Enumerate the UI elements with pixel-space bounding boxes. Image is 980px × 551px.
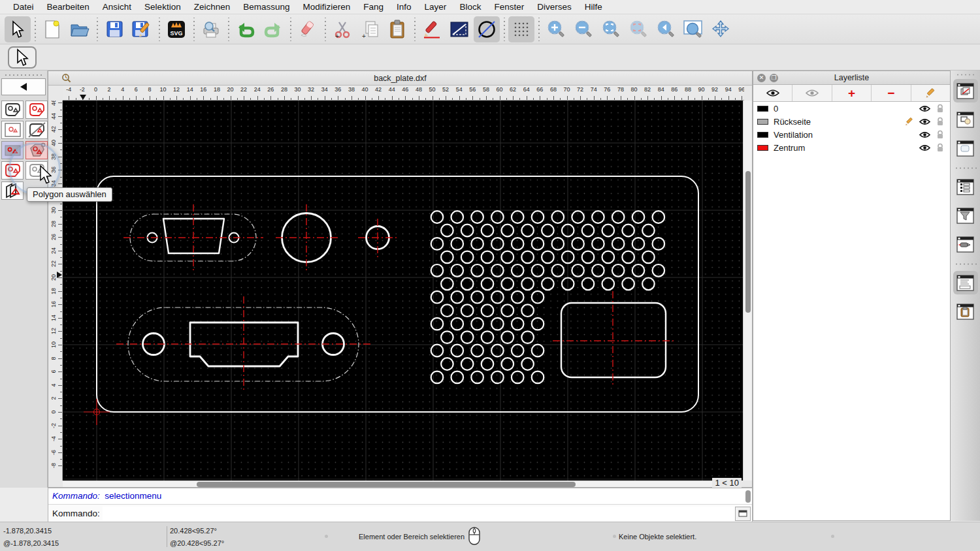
menu-fang[interactable]: Fang bbox=[357, 2, 390, 12]
open-document-button[interactable] bbox=[67, 16, 93, 42]
dock-filter-button[interactable] bbox=[953, 204, 978, 227]
command-input[interactable] bbox=[103, 507, 735, 520]
vent-hole bbox=[451, 371, 464, 384]
menu-bearbeiten[interactable]: Bearbeiten bbox=[41, 2, 96, 12]
back-button[interactable] bbox=[1, 78, 46, 95]
horizontal-scrollbar[interactable] bbox=[63, 480, 726, 487]
vent-hole bbox=[512, 345, 524, 357]
zoom-window-button[interactable] bbox=[680, 16, 706, 42]
dock-propertylist-button[interactable] bbox=[953, 175, 978, 198]
layer-lock-icon[interactable] bbox=[934, 143, 946, 152]
delete-entities-button[interactable] bbox=[295, 16, 321, 42]
menu-selektion[interactable]: Selektion bbox=[138, 2, 188, 12]
paste-button[interactable] bbox=[384, 16, 410, 42]
menu-layer[interactable]: Layer bbox=[418, 2, 453, 12]
zoom-out-button[interactable] bbox=[570, 16, 596, 42]
menu-modifizieren[interactable]: Modifizieren bbox=[297, 2, 357, 12]
save-document-button[interactable] bbox=[101, 16, 127, 42]
document-titlebar[interactable]: back_plate.dxf bbox=[48, 71, 752, 86]
layer-row[interactable]: Ventilation bbox=[753, 128, 950, 141]
select-window-button[interactable] bbox=[1, 121, 24, 139]
command-detach-button[interactable] bbox=[735, 507, 751, 521]
select-intersected-button[interactable] bbox=[1, 161, 24, 180]
zoom-factor-indicator: 1 < 10 bbox=[712, 478, 742, 488]
add-layer-button[interactable]: + bbox=[832, 85, 872, 101]
zoom-pan-button[interactable] bbox=[708, 16, 734, 42]
menu-zeichnen[interactable]: Zeichnen bbox=[188, 2, 237, 12]
layer-row[interactable]: Rückseite bbox=[753, 115, 950, 128]
vent-hole bbox=[653, 264, 665, 277]
deselect-entity-button[interactable] bbox=[25, 101, 48, 119]
drawing-canvas[interactable] bbox=[63, 101, 744, 480]
copy-button[interactable]: + bbox=[357, 16, 383, 42]
new-document-button[interactable] bbox=[39, 16, 65, 42]
dock-drag-handle[interactable] bbox=[956, 73, 975, 76]
menu-block[interactable]: Block bbox=[453, 2, 487, 12]
menu-hilfe[interactable]: Hilfe bbox=[578, 2, 609, 12]
layer-lock-icon[interactable] bbox=[934, 104, 946, 113]
hide-all-layers-button[interactable] bbox=[792, 85, 832, 101]
select-entity-button[interactable] bbox=[1, 101, 24, 119]
active-pointer-tool-button[interactable] bbox=[8, 46, 37, 69]
palette-drag-handle[interactable] bbox=[4, 73, 43, 77]
menu-fenster[interactable]: Fenster bbox=[487, 2, 531, 12]
layer-color-swatch bbox=[757, 119, 768, 125]
save-as-button[interactable] bbox=[129, 16, 155, 42]
select-layer-button[interactable] bbox=[1, 181, 24, 200]
vent-hole bbox=[602, 251, 615, 264]
undo-button[interactable] bbox=[233, 16, 259, 42]
zoom-previous-button[interactable] bbox=[653, 16, 679, 42]
layer-lock-icon[interactable] bbox=[934, 130, 946, 139]
layer-visibility-eye-icon[interactable] bbox=[919, 131, 930, 138]
redo-button[interactable] bbox=[260, 16, 286, 42]
menu-info[interactable]: Info bbox=[390, 2, 418, 12]
menu-datei[interactable]: Datei bbox=[7, 2, 41, 12]
menu-diverses[interactable]: Diverses bbox=[531, 2, 578, 12]
dock-layerlist-button[interactable] bbox=[953, 79, 978, 102]
deselect-window-button[interactable] bbox=[25, 121, 48, 139]
dock-library-button[interactable] bbox=[953, 136, 978, 160]
document-window: back_plate.dxf -4-2024681012141618202224… bbox=[48, 71, 753, 488]
float-panel-icon[interactable]: ❐ bbox=[770, 74, 778, 82]
draw-freehand-button[interactable] bbox=[419, 16, 445, 42]
toolbar-separator bbox=[226, 18, 231, 41]
vent-hole bbox=[552, 264, 564, 277]
layer-visibility-eye-icon[interactable] bbox=[919, 105, 930, 112]
edit-layer-button[interactable] bbox=[911, 85, 950, 101]
remove-layer-button[interactable]: − bbox=[872, 85, 911, 101]
grid-toggle-button[interactable] bbox=[508, 16, 534, 42]
circle-tool-button[interactable] bbox=[474, 16, 500, 42]
print-preview-button[interactable] bbox=[198, 16, 224, 42]
select-pointer-button[interactable] bbox=[5, 16, 31, 42]
select-polygon-button[interactable] bbox=[25, 141, 48, 159]
close-panel-icon[interactable]: ✕ bbox=[757, 74, 766, 82]
horizontal-scrollbar-thumb[interactable] bbox=[197, 482, 576, 487]
layer-visibility-eye-icon[interactable] bbox=[919, 144, 930, 151]
line-tool-button[interactable] bbox=[446, 16, 472, 42]
dock-pen-button[interactable] bbox=[953, 232, 978, 256]
cut-button[interactable]: + bbox=[329, 16, 355, 42]
vent-hole bbox=[491, 318, 504, 330]
vertical-scrollbar[interactable] bbox=[743, 101, 752, 480]
vent-hole bbox=[431, 318, 444, 330]
zoom-in-button[interactable] bbox=[543, 16, 569, 42]
menu-bemassung[interactable]: Bemassung bbox=[237, 2, 296, 12]
application-window: DateiBearbeitenAnsichtSelektionZeichnenB… bbox=[0, 0, 980, 551]
menu-ansicht[interactable]: Ansicht bbox=[96, 2, 138, 12]
vertical-scrollbar-thumb[interactable] bbox=[745, 171, 751, 313]
layer-lock-icon[interactable] bbox=[934, 117, 946, 126]
export-svg-button[interactable]: SVG bbox=[163, 16, 189, 42]
vent-hole bbox=[441, 225, 453, 237]
select-contour-button[interactable] bbox=[1, 141, 24, 159]
layer-row[interactable]: Zentrum bbox=[753, 141, 950, 154]
dock-clipboard-button[interactable] bbox=[953, 300, 978, 323]
vent-hole bbox=[642, 251, 655, 264]
command-history-scrollbar[interactable] bbox=[745, 490, 751, 503]
zoom-auto-button[interactable] bbox=[598, 16, 624, 42]
layer-color-swatch bbox=[757, 132, 768, 138]
show-all-layers-button[interactable] bbox=[753, 85, 792, 101]
layer-row[interactable]: 0 bbox=[753, 102, 950, 115]
dock-blocklist-button[interactable] bbox=[953, 108, 978, 131]
dock-command-button[interactable] bbox=[953, 271, 978, 294]
layer-visibility-eye-icon[interactable] bbox=[919, 118, 930, 125]
